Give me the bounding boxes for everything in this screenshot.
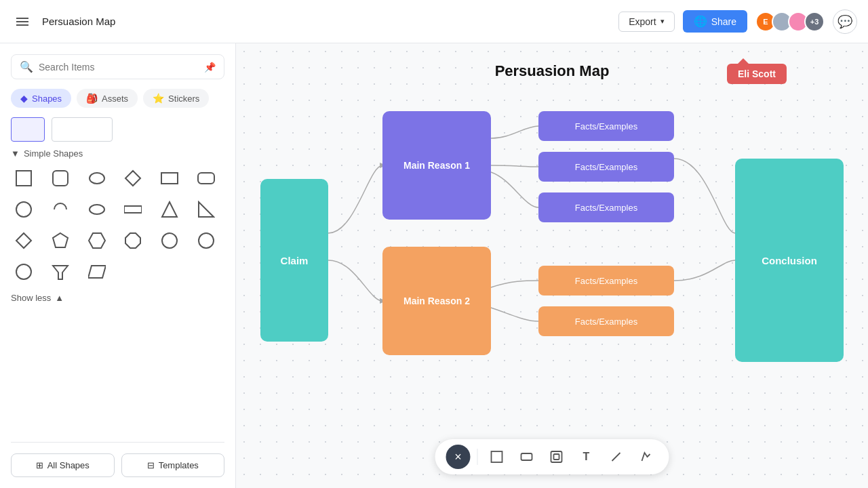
svg-rect-22 — [492, 451, 502, 462]
toolbar-divider-1 — [477, 449, 478, 465]
svg-marker-19 — [88, 266, 106, 278]
shape-preview-row — [11, 117, 224, 142]
svg-marker-3 — [125, 171, 140, 186]
bottom-btns: ⊞ All Shapes ⊟ Templates — [11, 442, 224, 477]
show-less-row[interactable]: Show less ▲ — [11, 293, 224, 303]
svg-point-16 — [199, 233, 214, 248]
search-input[interactable] — [39, 62, 199, 73]
conclusion-label: Conclusion — [762, 255, 817, 266]
facts-purple-1-node[interactable]: Facts/Examples — [538, 111, 674, 141]
shape-pentagon[interactable] — [47, 228, 73, 253]
share-label: Share — [711, 16, 736, 27]
svg-marker-9 — [162, 202, 177, 217]
facts-purple-2-node[interactable]: Facts/Examples — [538, 152, 674, 182]
svg-marker-13 — [89, 233, 105, 248]
comment-button[interactable]: 💬 — [833, 9, 857, 34]
shape-circle3[interactable] — [157, 228, 182, 253]
svg-rect-25 — [554, 454, 559, 460]
canvas-area[interactable]: Persuasion Map Eli Scott — [236, 43, 868, 488]
close-button[interactable]: × — [446, 445, 471, 469]
canvas-title: Persuasion Map — [495, 62, 610, 80]
facts-orange-2-node[interactable]: Facts/Examples — [538, 306, 674, 336]
user-label-eli: Eli Scott — [727, 64, 787, 84]
shape-diamond2[interactable] — [11, 228, 37, 253]
all-shapes-label: All Shapes — [47, 460, 90, 470]
export-button[interactable]: Export ▾ — [618, 12, 674, 32]
templates-icon: ⊟ — [147, 460, 155, 470]
claim-label: Claim — [281, 255, 309, 266]
section-arrow: ▼ — [11, 148, 20, 159]
shape-right-triangle[interactable] — [193, 197, 219, 222]
shape-octagon[interactable] — [120, 228, 146, 253]
shape-rect2[interactable] — [157, 165, 182, 191]
shape-rounded-rect[interactable] — [47, 165, 73, 191]
rect-tool-button[interactable] — [485, 445, 509, 469]
shape-circle2[interactable] — [11, 197, 37, 222]
assets-icon: 🎒 — [86, 93, 98, 104]
facts-purple-1-label: Facts/Examples — [575, 121, 637, 131]
templates-button[interactable]: ⊟ Templates — [121, 453, 225, 477]
shape-circle5[interactable] — [11, 259, 37, 285]
shape-funnel[interactable] — [47, 259, 73, 285]
menu-icon[interactable] — [11, 10, 34, 33]
avatar-count[interactable]: +3 — [804, 12, 825, 32]
tab-shapes[interactable]: ◆ Shapes — [11, 89, 71, 108]
facts-orange-1-node[interactable]: Facts/Examples — [538, 266, 674, 296]
facts-purple-3-node[interactable]: Facts/Examples — [538, 192, 674, 222]
svg-marker-12 — [53, 233, 68, 247]
shape-diamond[interactable] — [120, 165, 146, 191]
tab-row: ◆ Shapes 🎒 Assets ⭐ Stickers — [11, 89, 224, 108]
svg-point-2 — [90, 173, 104, 184]
facts-purple-2-label: Facts/Examples — [575, 162, 637, 172]
shape-wide-rect[interactable] — [120, 197, 146, 222]
shape-rounded-rect2[interactable] — [193, 165, 219, 191]
facts-orange-1-label: Facts/Examples — [575, 276, 637, 286]
reason2-node[interactable]: Main Reason 2 — [382, 247, 491, 355]
search-row: 🔍 📌 — [11, 54, 224, 79]
facts-purple-3-label: Facts/Examples — [575, 203, 637, 213]
svg-marker-14 — [125, 233, 140, 248]
frame-tool-button[interactable] — [545, 445, 569, 469]
shape-triangle[interactable] — [157, 197, 182, 222]
shape-hexagon[interactable] — [84, 228, 110, 253]
shapes-icon: ◆ — [20, 93, 28, 104]
all-shapes-button[interactable]: ⊞ All Shapes — [11, 453, 115, 477]
tab-shapes-label: Shapes — [32, 94, 62, 104]
svg-point-7 — [90, 205, 104, 214]
tab-assets[interactable]: 🎒 Assets — [77, 89, 138, 108]
rounded-tool-button[interactable] — [515, 445, 539, 469]
tab-assets-label: Assets — [102, 94, 128, 104]
search-icon: 🔍 — [20, 60, 33, 73]
shape-circle[interactable] — [84, 165, 110, 191]
section-header-simple-shapes[interactable]: ▼ Simple Shapes — [11, 148, 224, 159]
facts-orange-2-label: Facts/Examples — [575, 317, 637, 327]
svg-rect-0 — [16, 171, 31, 186]
share-button[interactable]: 🌐 Share — [683, 10, 747, 33]
close-icon: × — [454, 450, 462, 464]
shape-circle4[interactable] — [193, 228, 219, 253]
text-tool-button[interactable]: T — [574, 445, 599, 469]
show-less-label: Show less — [11, 293, 51, 303]
document-title: Persuasion Map — [42, 16, 610, 27]
tab-stickers[interactable]: ⭐ Stickers — [143, 89, 209, 108]
avatars: E +3 — [755, 12, 825, 32]
pin-icon[interactable]: 📌 — [204, 62, 216, 73]
export-caret: ▾ — [660, 17, 665, 26]
line-tool-button[interactable] — [604, 445, 629, 469]
shape-preview-1[interactable] — [11, 117, 45, 142]
claim-node[interactable]: Claim — [260, 179, 328, 342]
shape-ellipse[interactable] — [84, 197, 110, 222]
conclusion-node[interactable]: Conclusion — [735, 159, 844, 362]
stickers-icon: ⭐ — [153, 93, 164, 104]
reason2-label: Main Reason 2 — [403, 296, 470, 306]
tab-stickers-label: Stickers — [168, 94, 199, 104]
svg-marker-10 — [199, 202, 214, 217]
shape-arc[interactable] — [47, 197, 73, 222]
diagram: Claim Main Reason 1 Main Reason 2 Facts/… — [260, 98, 844, 450]
svg-point-6 — [16, 202, 31, 217]
shape-square[interactable] — [11, 165, 37, 191]
shape-parallelogram[interactable] — [84, 259, 110, 285]
reason1-node[interactable]: Main Reason 1 — [382, 111, 491, 220]
pointer-tool-button[interactable] — [634, 445, 658, 469]
shape-preview-2[interactable] — [52, 117, 113, 142]
